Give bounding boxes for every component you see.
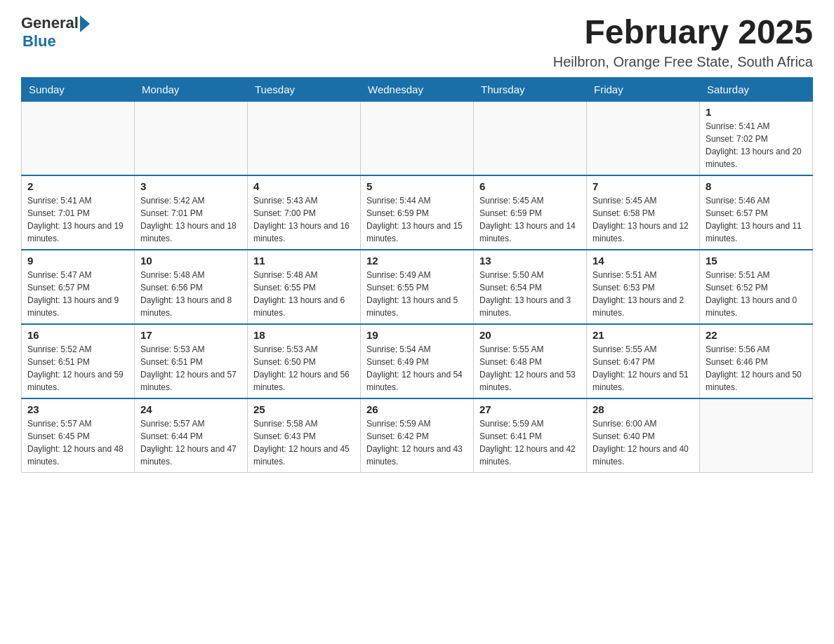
- day-number: 14: [593, 255, 694, 267]
- calendar-day-cell: 25Sunrise: 5:58 AMSunset: 6:43 PMDayligh…: [248, 398, 361, 473]
- day-number: 18: [253, 329, 355, 341]
- day-info: Sunrise: 5:58 AMSunset: 6:43 PMDaylight:…: [253, 417, 355, 468]
- calendar-day-cell: 20Sunrise: 5:55 AMSunset: 6:48 PMDayligh…: [474, 324, 587, 398]
- logo-arrow-icon: [80, 15, 90, 32]
- day-number: 4: [253, 180, 355, 192]
- day-number: 25: [253, 403, 355, 415]
- day-number: 8: [706, 180, 807, 192]
- weekday-header: Wednesday: [361, 77, 474, 101]
- calendar-day-cell: 9Sunrise: 5:47 AMSunset: 6:57 PMDaylight…: [22, 250, 135, 324]
- weekday-header: Thursday: [474, 77, 587, 101]
- day-number: 10: [140, 255, 241, 267]
- day-number: 6: [479, 180, 581, 192]
- page-header: General Blue February 2025 Heilbron, Ora…: [21, 14, 813, 70]
- day-info: Sunrise: 5:46 AMSunset: 6:57 PMDaylight:…: [706, 194, 807, 245]
- day-info: Sunrise: 5:53 AMSunset: 6:51 PMDaylight:…: [140, 343, 241, 394]
- weekday-header: Sunday: [22, 77, 135, 101]
- calendar-day-cell: 11Sunrise: 5:48 AMSunset: 6:55 PMDayligh…: [248, 250, 361, 324]
- weekday-header-row: SundayMondayTuesdayWednesdayThursdayFrid…: [22, 77, 813, 101]
- calendar-day-cell: 17Sunrise: 5:53 AMSunset: 6:51 PMDayligh…: [135, 324, 248, 398]
- calendar-day-cell: 14Sunrise: 5:51 AMSunset: 6:53 PMDayligh…: [587, 250, 700, 324]
- day-info: Sunrise: 6:00 AMSunset: 6:40 PMDaylight:…: [593, 417, 694, 468]
- day-number: 20: [479, 329, 581, 341]
- calendar-week-row: 1Sunrise: 5:41 AMSunset: 7:02 PMDaylight…: [22, 101, 813, 175]
- month-title: February 2025: [553, 14, 813, 51]
- day-number: 1: [706, 106, 807, 118]
- day-info: Sunrise: 5:43 AMSunset: 7:00 PMDaylight:…: [253, 194, 355, 245]
- calendar-week-row: 16Sunrise: 5:52 AMSunset: 6:51 PMDayligh…: [22, 324, 813, 398]
- calendar-day-cell: 22Sunrise: 5:56 AMSunset: 6:46 PMDayligh…: [700, 324, 813, 398]
- calendar-day-cell: 21Sunrise: 5:55 AMSunset: 6:47 PMDayligh…: [587, 324, 700, 398]
- title-block: February 2025 Heilbron, Orange Free Stat…: [553, 14, 813, 70]
- day-number: 2: [27, 180, 128, 192]
- calendar-day-cell: [135, 101, 248, 175]
- weekday-header: Tuesday: [248, 77, 361, 101]
- day-number: 19: [366, 329, 468, 341]
- calendar-day-cell: 27Sunrise: 5:59 AMSunset: 6:41 PMDayligh…: [474, 398, 587, 473]
- calendar-day-cell: [587, 101, 700, 175]
- day-info: Sunrise: 5:41 AMSunset: 7:01 PMDaylight:…: [27, 194, 128, 245]
- calendar-day-cell: 19Sunrise: 5:54 AMSunset: 6:49 PMDayligh…: [361, 324, 474, 398]
- day-number: 24: [140, 403, 241, 415]
- logo-general-text: General: [21, 14, 79, 32]
- calendar-day-cell: 12Sunrise: 5:49 AMSunset: 6:55 PMDayligh…: [361, 250, 474, 324]
- day-number: 3: [140, 180, 241, 192]
- day-info: Sunrise: 5:48 AMSunset: 6:55 PMDaylight:…: [253, 269, 355, 319]
- logo-blue-text: Blue: [22, 32, 56, 51]
- calendar-day-cell: 1Sunrise: 5:41 AMSunset: 7:02 PMDaylight…: [700, 101, 813, 175]
- day-info: Sunrise: 5:57 AMSunset: 6:44 PMDaylight:…: [140, 417, 241, 468]
- day-number: 17: [140, 329, 241, 341]
- day-info: Sunrise: 5:45 AMSunset: 6:59 PMDaylight:…: [479, 194, 581, 245]
- calendar-day-cell: 24Sunrise: 5:57 AMSunset: 6:44 PMDayligh…: [135, 398, 248, 473]
- day-number: 16: [27, 329, 128, 341]
- day-info: Sunrise: 5:55 AMSunset: 6:47 PMDaylight:…: [593, 343, 694, 394]
- day-info: Sunrise: 5:44 AMSunset: 6:59 PMDaylight:…: [366, 194, 468, 245]
- day-number: 23: [27, 403, 128, 415]
- calendar-day-cell: 28Sunrise: 6:00 AMSunset: 6:40 PMDayligh…: [587, 398, 700, 473]
- day-info: Sunrise: 5:54 AMSunset: 6:49 PMDaylight:…: [366, 343, 468, 394]
- day-info: Sunrise: 5:59 AMSunset: 6:42 PMDaylight:…: [366, 417, 468, 468]
- day-info: Sunrise: 5:41 AMSunset: 7:02 PMDaylight:…: [706, 120, 807, 170]
- day-info: Sunrise: 5:51 AMSunset: 6:52 PMDaylight:…: [706, 269, 807, 319]
- calendar-day-cell: 3Sunrise: 5:42 AMSunset: 7:01 PMDaylight…: [135, 175, 248, 250]
- day-info: Sunrise: 5:53 AMSunset: 6:50 PMDaylight:…: [253, 343, 355, 394]
- day-number: 22: [706, 329, 807, 341]
- calendar-day-cell: 5Sunrise: 5:44 AMSunset: 6:59 PMDaylight…: [361, 175, 474, 250]
- weekday-header: Monday: [135, 77, 248, 101]
- day-info: Sunrise: 5:49 AMSunset: 6:55 PMDaylight:…: [366, 269, 468, 319]
- day-info: Sunrise: 5:55 AMSunset: 6:48 PMDaylight:…: [479, 343, 581, 394]
- day-number: 28: [593, 403, 694, 415]
- calendar-table: SundayMondayTuesdayWednesdayThursdayFrid…: [21, 77, 813, 473]
- calendar-week-row: 23Sunrise: 5:57 AMSunset: 6:45 PMDayligh…: [22, 398, 813, 473]
- day-info: Sunrise: 5:59 AMSunset: 6:41 PMDaylight:…: [479, 417, 581, 468]
- calendar-day-cell: 4Sunrise: 5:43 AMSunset: 7:00 PMDaylight…: [248, 175, 361, 250]
- day-number: 7: [593, 180, 694, 192]
- day-info: Sunrise: 5:47 AMSunset: 6:57 PMDaylight:…: [27, 269, 128, 319]
- day-info: Sunrise: 5:48 AMSunset: 6:56 PMDaylight:…: [140, 269, 241, 319]
- calendar-day-cell: [361, 101, 474, 175]
- calendar-day-cell: 23Sunrise: 5:57 AMSunset: 6:45 PMDayligh…: [22, 398, 135, 473]
- day-number: 26: [366, 403, 468, 415]
- calendar-day-cell: 13Sunrise: 5:50 AMSunset: 6:54 PMDayligh…: [474, 250, 587, 324]
- day-number: 27: [479, 403, 581, 415]
- calendar-day-cell: 8Sunrise: 5:46 AMSunset: 6:57 PMDaylight…: [700, 175, 813, 250]
- calendar-week-row: 9Sunrise: 5:47 AMSunset: 6:57 PMDaylight…: [22, 250, 813, 324]
- day-info: Sunrise: 5:45 AMSunset: 6:58 PMDaylight:…: [593, 194, 694, 245]
- calendar-day-cell: [474, 101, 587, 175]
- weekday-header: Friday: [587, 77, 700, 101]
- calendar-day-cell: 10Sunrise: 5:48 AMSunset: 6:56 PMDayligh…: [135, 250, 248, 324]
- calendar-day-cell: 15Sunrise: 5:51 AMSunset: 6:52 PMDayligh…: [700, 250, 813, 324]
- day-number: 13: [479, 255, 581, 267]
- day-info: Sunrise: 5:56 AMSunset: 6:46 PMDaylight:…: [706, 343, 807, 394]
- day-info: Sunrise: 5:57 AMSunset: 6:45 PMDaylight:…: [27, 417, 128, 468]
- logo: General Blue: [21, 14, 90, 51]
- calendar-day-cell: 2Sunrise: 5:41 AMSunset: 7:01 PMDaylight…: [22, 175, 135, 250]
- day-number: 9: [27, 255, 128, 267]
- weekday-header: Saturday: [700, 77, 813, 101]
- calendar-day-cell: [22, 101, 135, 175]
- day-number: 11: [253, 255, 355, 267]
- day-number: 12: [366, 255, 468, 267]
- calendar-day-cell: 6Sunrise: 5:45 AMSunset: 6:59 PMDaylight…: [474, 175, 587, 250]
- day-info: Sunrise: 5:51 AMSunset: 6:53 PMDaylight:…: [593, 269, 694, 319]
- day-info: Sunrise: 5:52 AMSunset: 6:51 PMDaylight:…: [27, 343, 128, 394]
